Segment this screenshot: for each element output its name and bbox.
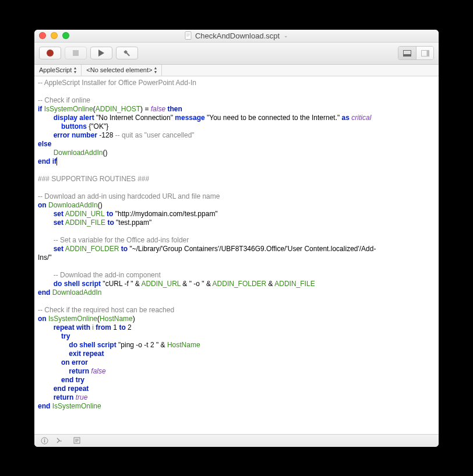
t: "cURL -f " &: [101, 280, 141, 288]
t: display alert: [54, 114, 94, 122]
window-title: CheckAndDownload.scpt: [195, 31, 280, 40]
log-button[interactable]: [73, 436, 81, 445]
t: end repeat: [54, 385, 89, 393]
svg-point-6: [44, 438, 45, 439]
t: IsSystemOnline: [47, 315, 97, 323]
t: ADDIN_FOLDER: [213, 280, 267, 288]
view-bottom-panel-button[interactable]: [398, 47, 416, 59]
window-title-area: CheckAndDownload.scpt ⌄: [34, 31, 439, 40]
run-button[interactable]: [90, 47, 112, 59]
status-bar: [34, 434, 439, 447]
t: DownloadAddIn: [47, 201, 98, 209]
t: "ping -o -t 2 " &: [117, 341, 167, 349]
t: do shell script: [54, 280, 101, 288]
t: "~/Library/'Group Containers'/UBF8T346G9…: [128, 245, 376, 253]
t: & " -o " &: [181, 280, 213, 288]
t: Ins/": [38, 253, 52, 262]
code-line: -- Check if online: [38, 96, 90, 104]
result-button[interactable]: [57, 436, 65, 445]
play-icon: [98, 50, 104, 57]
t: on error: [61, 358, 88, 366]
t: (): [98, 201, 103, 209]
t: do shell script: [69, 341, 116, 349]
svg-rect-0: [185, 32, 191, 40]
traffic-lights: [34, 32, 69, 39]
t: on: [38, 201, 47, 209]
element-dropdown[interactable]: <No selected element> ▴▾: [82, 65, 162, 76]
titlebar[interactable]: CheckAndDownload.scpt ⌄: [34, 30, 439, 43]
t: end: [38, 402, 50, 410]
t: with: [75, 323, 90, 332]
record-icon: [47, 50, 54, 57]
t: false: [89, 367, 106, 375]
t: on: [38, 315, 47, 323]
t: end: [38, 288, 50, 297]
t: set: [54, 245, 63, 253]
t: end try: [61, 376, 84, 384]
t: then: [165, 105, 182, 113]
t: end if: [38, 157, 57, 165]
t: -- Download the add-in component: [54, 271, 161, 279]
dropdown-arrows-icon: ▴▾: [74, 66, 76, 74]
stop-icon: [73, 50, 79, 56]
t: "No Internet Connection": [94, 114, 175, 122]
t: -- Set a variable for the Office add-ins…: [54, 236, 189, 244]
t: as: [342, 114, 350, 122]
close-button[interactable]: [39, 32, 46, 39]
title-chevron-icon[interactable]: ⌄: [284, 33, 288, 38]
t: 1: [111, 323, 117, 332]
t: ### SUPPORTING ROUTINES ###: [38, 175, 149, 183]
t: to: [105, 210, 114, 218]
side-panel-icon: [421, 50, 429, 57]
t: set: [54, 218, 63, 227]
t: ): [133, 315, 135, 323]
t: ADDIN_URL: [141, 280, 181, 288]
t: DownloadAddIn: [50, 288, 101, 297]
t: to: [105, 218, 114, 227]
t: critical: [350, 114, 371, 122]
t: error: [54, 131, 70, 139]
t: -- quit as "user cancelled": [115, 131, 195, 139]
t: repeat: [54, 323, 75, 332]
t: message: [175, 114, 204, 122]
zoom-button[interactable]: [62, 32, 69, 39]
t: to: [119, 245, 128, 253]
t: ADDIN_URL: [63, 210, 105, 218]
t: -- Check if the required host can be rea…: [38, 306, 174, 314]
record-button[interactable]: [39, 47, 61, 59]
t: else: [38, 140, 51, 148]
compile-button[interactable]: [116, 47, 138, 59]
t: ADDIN_HOST: [96, 105, 140, 113]
language-dropdown[interactable]: AppleScript ▴▾: [34, 65, 82, 76]
svg-rect-7: [44, 440, 44, 442]
minimize-button[interactable]: [51, 32, 58, 39]
t: "You need to be connected to the Interne…: [205, 114, 342, 122]
code-editor[interactable]: -- AppleScript Installer for Office Powe…: [34, 76, 439, 434]
t: ADDIN_FOLDER: [63, 245, 119, 253]
t: try: [61, 332, 70, 340]
stop-button[interactable]: [65, 47, 87, 59]
bottom-panel-icon: [403, 50, 411, 57]
t: HostName: [167, 341, 200, 349]
view-segmented-control: [398, 46, 434, 60]
navigation-bar: AppleScript ▴▾ <No selected element> ▴▾: [34, 65, 439, 76]
svg-rect-4: [426, 50, 429, 56]
t: HostName: [100, 315, 133, 323]
t: 2: [126, 323, 132, 332]
view-side-panel-button[interactable]: [416, 47, 433, 59]
dropdown-arrows-icon: ▴▾: [154, 66, 157, 74]
t: false: [151, 105, 165, 113]
t: ADDIN_FILE: [63, 218, 105, 227]
t: "http://mydomain.com/test.ppam": [113, 210, 217, 218]
t: if: [38, 105, 42, 113]
t: &: [266, 280, 274, 288]
t: -128: [97, 131, 115, 139]
svg-rect-2: [404, 54, 411, 57]
language-label: AppleScript: [39, 66, 72, 73]
document-icon: [185, 31, 192, 40]
t: IsSystemOnline: [44, 105, 93, 113]
description-button[interactable]: [40, 436, 48, 445]
t: -- Download an add-in using hardcoded UR…: [38, 192, 220, 200]
t: ) =: [140, 105, 151, 113]
t: ADDIN_FILE: [274, 280, 315, 288]
